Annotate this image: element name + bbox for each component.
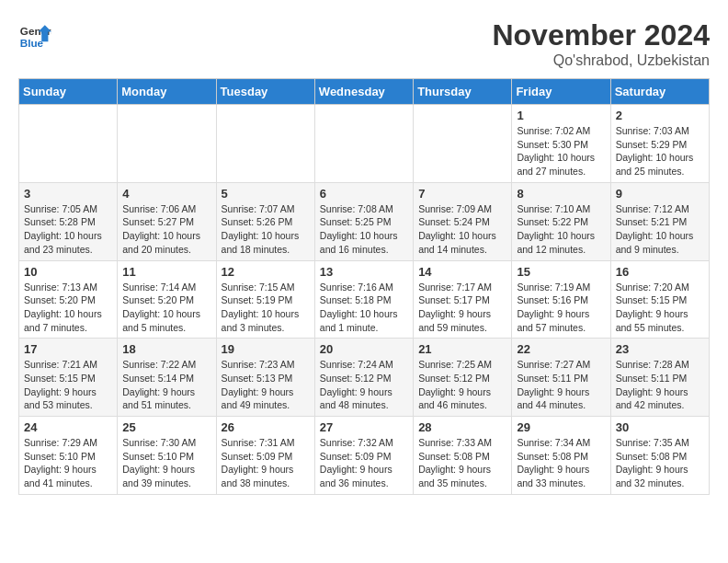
calendar-cell: 10Sunrise: 7:13 AM Sunset: 5:20 PM Dayli… [19,260,118,339]
calendar-cell: 5Sunrise: 7:07 AM Sunset: 5:26 PM Daylig… [216,182,314,260]
calendar-cell: 18Sunrise: 7:22 AM Sunset: 5:14 PM Dayli… [118,339,216,417]
calendar-cell: 25Sunrise: 7:30 AM Sunset: 5:10 PM Dayli… [118,417,216,495]
calendar-cell: 15Sunrise: 7:19 AM Sunset: 5:16 PM Dayli… [512,260,610,339]
day-number: 19 [222,342,310,356]
day-info: Sunrise: 7:07 AM Sunset: 5:26 PM Dayligh… [222,202,310,257]
day-info: Sunrise: 7:16 AM Sunset: 5:18 PM Dayligh… [320,281,408,335]
calendar-cell: 11Sunrise: 7:14 AM Sunset: 5:20 PM Dayli… [118,260,216,339]
day-info: Sunrise: 7:13 AM Sunset: 5:20 PM Dayligh… [24,281,112,335]
day-info: Sunrise: 7:09 AM Sunset: 5:24 PM Dayligh… [418,202,506,257]
day-number: 11 [122,265,210,279]
day-info: Sunrise: 7:27 AM Sunset: 5:11 PM Dayligh… [517,358,605,412]
calendar-cell [216,105,314,183]
day-number: 22 [517,342,605,356]
day-number: 18 [122,342,210,356]
calendar-week-4: 17Sunrise: 7:21 AM Sunset: 5:15 PM Dayli… [19,339,710,417]
calendar-cell: 2Sunrise: 7:03 AM Sunset: 5:29 PM Daylig… [610,105,709,183]
day-info: Sunrise: 7:28 AM Sunset: 5:11 PM Dayligh… [616,358,704,412]
calendar-cell [414,105,512,183]
day-info: Sunrise: 7:06 AM Sunset: 5:27 PM Dayligh… [122,202,210,257]
calendar-week-1: 1Sunrise: 7:02 AM Sunset: 5:30 PM Daylig… [19,105,710,183]
day-number: 25 [122,420,210,434]
svg-text:Blue: Blue [20,37,44,49]
calendar-cell: 30Sunrise: 7:35 AM Sunset: 5:08 PM Dayli… [610,417,709,495]
day-number: 2 [616,109,704,122]
day-info: Sunrise: 7:21 AM Sunset: 5:15 PM Dayligh… [24,358,112,412]
day-info: Sunrise: 7:17 AM Sunset: 5:17 PM Dayligh… [418,281,506,335]
day-info: Sunrise: 7:24 AM Sunset: 5:12 PM Dayligh… [320,358,408,412]
day-info: Sunrise: 7:20 AM Sunset: 5:15 PM Dayligh… [616,281,704,335]
day-info: Sunrise: 7:33 AM Sunset: 5:08 PM Dayligh… [418,436,506,490]
day-info: Sunrise: 7:02 AM Sunset: 5:30 PM Dayligh… [517,124,605,178]
calendar-cell: 3Sunrise: 7:05 AM Sunset: 5:28 PM Daylig… [19,182,118,260]
calendar-week-2: 3Sunrise: 7:05 AM Sunset: 5:28 PM Daylig… [19,182,710,260]
day-number: 6 [320,187,408,201]
calendar-body: 1Sunrise: 7:02 AM Sunset: 5:30 PM Daylig… [19,105,710,495]
weekday-tuesday: Tuesday [216,79,314,105]
weekday-header-row: SundayMondayTuesdayWednesdayThursdayFrid… [19,79,710,105]
calendar-week-5: 24Sunrise: 7:29 AM Sunset: 5:10 PM Dayli… [19,417,710,495]
day-info: Sunrise: 7:32 AM Sunset: 5:09 PM Dayligh… [320,436,408,490]
weekday-sunday: Sunday [19,79,118,105]
day-number: 13 [320,265,408,279]
logo: General Blue [18,18,51,52]
day-number: 27 [320,420,408,434]
day-info: Sunrise: 7:31 AM Sunset: 5:09 PM Dayligh… [222,436,310,490]
day-number: 16 [616,265,704,279]
day-number: 26 [222,420,310,434]
day-info: Sunrise: 7:14 AM Sunset: 5:20 PM Dayligh… [122,281,210,335]
calendar-cell: 28Sunrise: 7:33 AM Sunset: 5:08 PM Dayli… [414,417,512,495]
day-number: 15 [517,265,605,279]
calendar-cell: 12Sunrise: 7:15 AM Sunset: 5:19 PM Dayli… [216,260,314,339]
day-number: 30 [616,420,704,434]
calendar-cell: 6Sunrise: 7:08 AM Sunset: 5:25 PM Daylig… [314,182,413,260]
day-number: 20 [320,342,408,356]
day-number: 8 [517,187,605,201]
day-info: Sunrise: 7:29 AM Sunset: 5:10 PM Dayligh… [24,436,112,490]
day-info: Sunrise: 7:10 AM Sunset: 5:22 PM Dayligh… [517,202,605,257]
day-number: 1 [517,109,605,122]
calendar-cell: 21Sunrise: 7:25 AM Sunset: 5:12 PM Dayli… [414,339,512,417]
calendar-cell [118,105,216,183]
day-info: Sunrise: 7:12 AM Sunset: 5:21 PM Dayligh… [616,202,704,257]
calendar-cell: 7Sunrise: 7:09 AM Sunset: 5:24 PM Daylig… [414,182,512,260]
day-number: 28 [418,420,506,434]
calendar-cell: 4Sunrise: 7:06 AM Sunset: 5:27 PM Daylig… [118,182,216,260]
day-number: 23 [616,342,704,356]
calendar-cell [19,105,118,183]
weekday-friday: Friday [512,79,610,105]
calendar-cell: 24Sunrise: 7:29 AM Sunset: 5:10 PM Dayli… [19,417,118,495]
calendar-cell: 14Sunrise: 7:17 AM Sunset: 5:17 PM Dayli… [414,260,512,339]
day-info: Sunrise: 7:19 AM Sunset: 5:16 PM Dayligh… [517,281,605,335]
calendar-cell: 29Sunrise: 7:34 AM Sunset: 5:08 PM Dayli… [512,417,610,495]
day-number: 17 [24,342,112,356]
calendar-cell: 13Sunrise: 7:16 AM Sunset: 5:18 PM Dayli… [314,260,413,339]
day-info: Sunrise: 7:34 AM Sunset: 5:08 PM Dayligh… [517,436,605,490]
calendar-cell [314,105,413,183]
logo-icon: General Blue [18,18,51,52]
weekday-thursday: Thursday [414,79,512,105]
day-number: 3 [24,187,112,201]
calendar-cell: 22Sunrise: 7:27 AM Sunset: 5:11 PM Dayli… [512,339,610,417]
day-number: 5 [222,187,310,201]
day-number: 10 [24,265,112,279]
day-info: Sunrise: 7:30 AM Sunset: 5:10 PM Dayligh… [122,436,210,490]
calendar-table: SundayMondayTuesdayWednesdayThursdayFrid… [18,78,710,495]
weekday-monday: Monday [118,79,216,105]
day-number: 14 [418,265,506,279]
title-block: November 2024 Qo'shrabod, Uzbekistan [492,18,710,69]
calendar-cell: 23Sunrise: 7:28 AM Sunset: 5:11 PM Dayli… [610,339,709,417]
day-info: Sunrise: 7:22 AM Sunset: 5:14 PM Dayligh… [122,358,210,412]
day-number: 21 [418,342,506,356]
weekday-wednesday: Wednesday [314,79,413,105]
calendar-cell: 26Sunrise: 7:31 AM Sunset: 5:09 PM Dayli… [216,417,314,495]
day-number: 7 [418,187,506,201]
calendar-cell: 9Sunrise: 7:12 AM Sunset: 5:21 PM Daylig… [610,182,709,260]
page-header: General Blue November 2024 Qo'shrabod, U… [18,18,710,69]
day-number: 9 [616,187,704,201]
day-number: 24 [24,420,112,434]
calendar-cell: 1Sunrise: 7:02 AM Sunset: 5:30 PM Daylig… [512,105,610,183]
day-info: Sunrise: 7:03 AM Sunset: 5:29 PM Dayligh… [616,124,704,178]
calendar-week-3: 10Sunrise: 7:13 AM Sunset: 5:20 PM Dayli… [19,260,710,339]
day-info: Sunrise: 7:08 AM Sunset: 5:25 PM Dayligh… [320,202,408,257]
